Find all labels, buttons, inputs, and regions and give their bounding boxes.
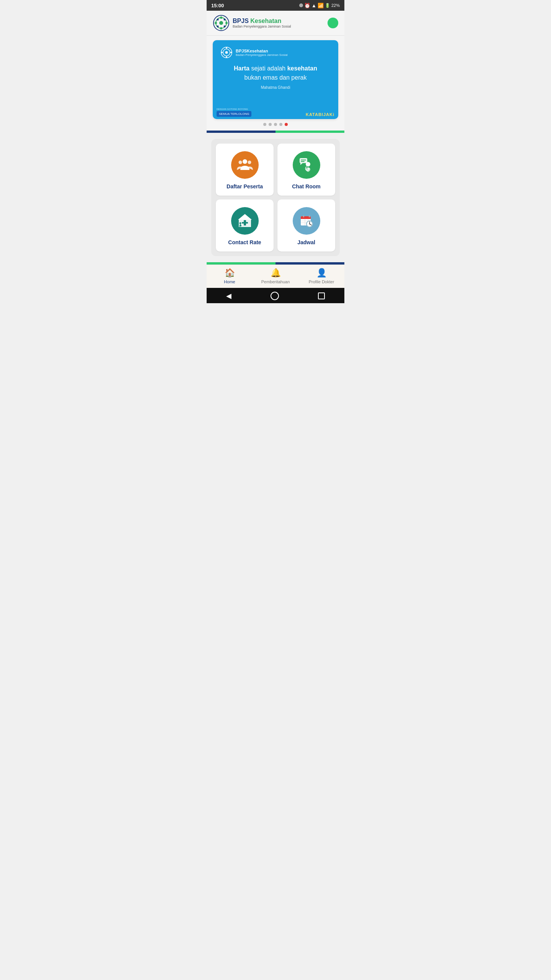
pemberitahuan-label: Pemberitahuan [261, 279, 290, 284]
carousel-dots [213, 119, 338, 127]
bijak-text: BIJAK [318, 112, 333, 117]
nav-item-pemberitahuan[interactable]: 🔔 Pemberitahuan [253, 268, 298, 284]
chat-room-label: Chat Room [292, 183, 321, 189]
svg-point-44 [309, 224, 310, 224]
android-nav-bar: ◀ [207, 288, 344, 303]
carousel-badge: SEMUA TERLOLONG [217, 111, 251, 117]
svg-point-20 [248, 161, 251, 164]
daftar-peserta-icon-circle [231, 151, 259, 179]
carousel-section: BPJSKesehatan Badan Penyelenggara Jamina… [207, 36, 344, 131]
jadwal-label: Jadwal [297, 239, 315, 245]
carousel-quote: Harta sejati adalah kesehatanbukan emas … [220, 64, 331, 90]
wifi-icon: ▲ [311, 3, 316, 8]
svg-point-10 [219, 21, 223, 25]
svg-point-14 [226, 56, 227, 58]
svg-point-19 [238, 161, 242, 164]
carousel-card[interactable]: BPJSKesehatan Badan Penyelenggara Jamina… [213, 40, 338, 119]
svg-point-17 [225, 51, 228, 54]
svg-point-25 [306, 162, 310, 167]
svg-point-18 [243, 159, 247, 164]
alarm-icon: ⏰ [304, 3, 310, 8]
home-label: Home [224, 279, 235, 284]
schedule-icon [298, 212, 315, 229]
notification-icon: 🔔 [271, 268, 281, 278]
carousel-bpjs-icon [220, 46, 233, 59]
signal-icon: 📶 [318, 3, 324, 8]
menu-section: Daftar Peserta [207, 133, 344, 262]
menu-grid: Daftar Peserta [211, 139, 340, 256]
menu-item-jadwal[interactable]: Jadwal [277, 199, 335, 252]
jadwal-icon-circle [293, 207, 320, 235]
svg-rect-34 [303, 215, 304, 217]
svg-point-30 [239, 222, 241, 224]
kata-text: KATA [306, 112, 318, 117]
svg-rect-21 [300, 158, 307, 163]
battery-percent: 22% [331, 3, 340, 8]
back-button[interactable]: ◀ [226, 292, 231, 300]
status-time: 15:00 [211, 3, 224, 8]
notification-dot[interactable] [328, 18, 338, 28]
logo-bpjs: BPJS [233, 18, 249, 24]
carousel-dot-5[interactable] [285, 123, 288, 126]
svg-point-13 [226, 47, 227, 49]
logo-area: BPJS Kesehatan Badan Penyelenggara Jamin… [213, 15, 291, 31]
carousel-footer: DENGAN GOTONG ROYONG SEMUA TERLOLONG KAT… [213, 106, 338, 119]
carousel-inner: BPJSKesehatan Badan Penyelenggara Jamina… [213, 40, 338, 106]
people-icon [236, 157, 253, 173]
menu-item-daftar-peserta[interactable]: Daftar Peserta [216, 144, 274, 196]
home-icon: 🏠 [225, 268, 235, 278]
svg-rect-23 [301, 160, 306, 160]
svg-point-5 [225, 22, 228, 24]
svg-rect-33 [301, 218, 311, 219]
contact-rate-label: Contact Rate [228, 239, 261, 245]
battery-icon: 🔋 [325, 3, 330, 8]
svg-rect-24 [301, 161, 305, 162]
svg-marker-22 [300, 163, 303, 165]
profile-icon: 👤 [316, 268, 327, 278]
carousel-author: Mahatma Ghandi [220, 85, 331, 90]
svg-point-9 [224, 26, 226, 28]
logo-kesehatan: Kesehatan [250, 18, 281, 24]
svg-point-16 [230, 52, 232, 53]
svg-rect-35 [309, 215, 310, 217]
svg-point-6 [217, 19, 219, 21]
status-circle-icon [299, 3, 303, 7]
carousel-dot-1[interactable] [263, 123, 266, 126]
nav-item-profile-dokter[interactable]: 👤 Profile Dokter [298, 268, 344, 284]
app-header: BPJS Kesehatan Badan Penyelenggara Jamin… [207, 11, 344, 36]
svg-point-3 [220, 27, 222, 29]
svg-point-2 [220, 16, 222, 19]
recents-button[interactable] [318, 292, 325, 299]
svg-rect-29 [242, 222, 248, 224]
daftar-peserta-label: Daftar Peserta [227, 183, 263, 189]
chat-room-icon-circle [293, 151, 320, 179]
carousel-dot-2[interactable] [269, 123, 272, 126]
status-bar: 15:00 ⏰ ▲ 📶 🔋 22% [207, 0, 344, 11]
svg-point-15 [221, 52, 223, 53]
contact-rate-icon-circle [231, 207, 259, 235]
logo-subtitle: Badan Penyelenggara Jaminan Sosial [233, 24, 291, 28]
carousel-dot-4[interactable] [279, 123, 282, 126]
menu-item-chat-room[interactable]: Chat Room [277, 144, 335, 196]
svg-point-4 [215, 22, 217, 24]
bpjs-logo-icon [213, 15, 230, 31]
nav-item-home[interactable]: 🏠 Home [207, 268, 253, 284]
clinic-icon [236, 212, 253, 229]
menu-item-contact-rate[interactable]: Contact Rate [216, 199, 274, 252]
carousel-brand: KATABIJAKi [306, 112, 334, 117]
svg-marker-27 [238, 214, 252, 220]
carousel-badge-prefix: DENGAN GOTONG ROYONG [217, 108, 251, 110]
carousel-dot-3[interactable] [274, 123, 277, 126]
svg-point-8 [217, 26, 219, 28]
carousel-logo-row: BPJSKesehatan Badan Penyelenggara Jamina… [220, 46, 331, 59]
svg-point-7 [224, 19, 226, 21]
logo-text: BPJS Kesehatan Badan Penyelenggara Jamin… [233, 18, 291, 28]
home-button[interactable] [271, 292, 279, 300]
carousel-logo-text: BPJSKesehatan Badan Penyelenggara Jamina… [236, 49, 288, 57]
chat-doctor-icon [298, 157, 315, 173]
profile-dokter-label: Profile Dokter [309, 279, 334, 284]
bijak-i: i [333, 112, 334, 117]
bottom-nav: 🏠 Home 🔔 Pemberitahuan 👤 Profile Dokter [207, 265, 344, 288]
